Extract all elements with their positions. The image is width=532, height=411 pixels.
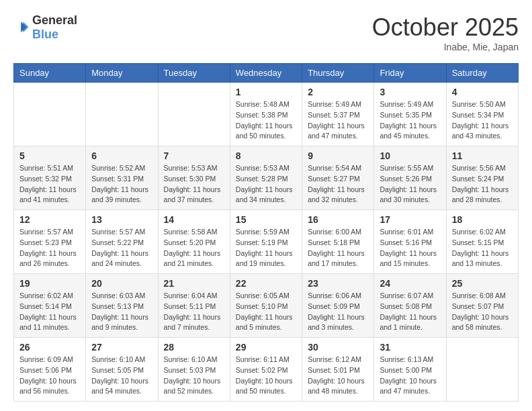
day-number: 20	[91, 278, 152, 289]
day-cell-22: 22Sunrise: 6:05 AM Sunset: 5:10 PM Dayli…	[230, 274, 302, 338]
logo: General Blue	[13, 13, 77, 42]
empty-cell	[14, 83, 86, 146]
day-cell-13: 13Sunrise: 5:57 AM Sunset: 5:22 PM Dayli…	[86, 210, 158, 274]
day-cell-19: 19Sunrise: 6:02 AM Sunset: 5:14 PM Dayli…	[14, 274, 86, 338]
day-info: Sunrise: 5:54 AM Sunset: 5:27 PM Dayligh…	[308, 163, 368, 205]
day-info: Sunrise: 5:58 AM Sunset: 5:20 PM Dayligh…	[164, 227, 224, 269]
day-number: 12	[19, 214, 80, 225]
day-info: Sunrise: 6:01 AM Sunset: 5:16 PM Dayligh…	[380, 227, 440, 269]
day-cell-31: 31Sunrise: 6:13 AM Sunset: 5:00 PM Dayli…	[374, 338, 446, 402]
day-number: 5	[19, 150, 80, 161]
day-number: 3	[380, 87, 440, 97]
day-info: Sunrise: 6:04 AM Sunset: 5:11 PM Dayligh…	[164, 291, 224, 333]
day-info: Sunrise: 6:11 AM Sunset: 5:02 PM Dayligh…	[236, 355, 296, 397]
day-number: 25	[452, 278, 513, 289]
day-cell-8: 8Sunrise: 5:53 AM Sunset: 5:28 PM Daylig…	[230, 146, 302, 210]
day-cell-3: 3Sunrise: 5:49 AM Sunset: 5:35 PM Daylig…	[374, 83, 446, 146]
day-cell-16: 16Sunrise: 6:00 AM Sunset: 5:18 PM Dayli…	[302, 210, 374, 274]
day-info: Sunrise: 6:02 AM Sunset: 5:15 PM Dayligh…	[452, 227, 513, 269]
weekday-header-tuesday: Tuesday	[158, 64, 230, 83]
day-info: Sunrise: 5:49 AM Sunset: 5:37 PM Dayligh…	[308, 99, 368, 142]
day-cell-20: 20Sunrise: 6:03 AM Sunset: 5:13 PM Dayli…	[86, 274, 158, 338]
day-cell-26: 26Sunrise: 6:09 AM Sunset: 5:06 PM Dayli…	[14, 338, 86, 402]
day-info: Sunrise: 5:56 AM Sunset: 5:24 PM Dayligh…	[452, 163, 513, 205]
day-info: Sunrise: 6:10 AM Sunset: 5:03 PM Dayligh…	[164, 355, 224, 397]
week-row-5: 26Sunrise: 6:09 AM Sunset: 5:06 PM Dayli…	[14, 338, 519, 402]
weekday-header-wednesday: Wednesday	[230, 64, 302, 83]
day-number: 18	[452, 214, 513, 225]
day-info: Sunrise: 5:55 AM Sunset: 5:26 PM Dayligh…	[380, 163, 440, 205]
day-number: 21	[164, 278, 224, 289]
day-info: Sunrise: 5:59 AM Sunset: 5:19 PM Dayligh…	[236, 227, 296, 269]
day-number: 6	[91, 150, 152, 161]
day-number: 9	[308, 150, 368, 161]
weekday-header-row: SundayMondayTuesdayWednesdayThursdayFrid…	[14, 64, 519, 83]
title-section: October 2025 Inabe, Mie, Japan	[372, 13, 519, 52]
week-row-3: 12Sunrise: 5:57 AM Sunset: 5:23 PM Dayli…	[14, 210, 519, 274]
day-number: 7	[164, 150, 224, 161]
day-number: 22	[236, 278, 296, 289]
day-info: Sunrise: 5:57 AM Sunset: 5:22 PM Dayligh…	[91, 227, 152, 269]
day-cell-15: 15Sunrise: 5:59 AM Sunset: 5:19 PM Dayli…	[230, 210, 302, 274]
day-cell-14: 14Sunrise: 5:58 AM Sunset: 5:20 PM Dayli…	[158, 210, 230, 274]
day-info: Sunrise: 5:48 AM Sunset: 5:38 PM Dayligh…	[236, 99, 296, 142]
day-number: 24	[380, 278, 440, 289]
logo-icon	[13, 19, 30, 36]
weekday-header-saturday: Saturday	[446, 64, 518, 83]
day-info: Sunrise: 5:49 AM Sunset: 5:35 PM Dayligh…	[380, 99, 440, 142]
day-info: Sunrise: 5:57 AM Sunset: 5:23 PM Dayligh…	[19, 227, 80, 269]
day-number: 8	[236, 150, 296, 161]
day-cell-4: 4Sunrise: 5:50 AM Sunset: 5:34 PM Daylig…	[446, 83, 518, 146]
day-cell-23: 23Sunrise: 6:06 AM Sunset: 5:09 PM Dayli…	[302, 274, 374, 338]
day-cell-29: 29Sunrise: 6:11 AM Sunset: 5:02 PM Dayli…	[230, 338, 302, 402]
day-cell-10: 10Sunrise: 5:55 AM Sunset: 5:26 PM Dayli…	[374, 146, 446, 210]
day-number: 4	[452, 87, 513, 97]
day-info: Sunrise: 6:08 AM Sunset: 5:07 PM Dayligh…	[452, 291, 513, 333]
day-cell-2: 2Sunrise: 5:49 AM Sunset: 5:37 PM Daylig…	[302, 83, 374, 146]
day-number: 30	[308, 342, 368, 353]
day-info: Sunrise: 6:06 AM Sunset: 5:09 PM Dayligh…	[308, 291, 368, 333]
day-info: Sunrise: 5:52 AM Sunset: 5:31 PM Dayligh…	[91, 163, 152, 205]
day-info: Sunrise: 6:05 AM Sunset: 5:10 PM Dayligh…	[236, 291, 296, 333]
day-cell-6: 6Sunrise: 5:52 AM Sunset: 5:31 PM Daylig…	[86, 146, 158, 210]
day-number: 14	[164, 214, 224, 225]
day-info: Sunrise: 5:53 AM Sunset: 5:28 PM Dayligh…	[236, 163, 296, 205]
day-number: 15	[236, 214, 296, 225]
day-cell-12: 12Sunrise: 5:57 AM Sunset: 5:23 PM Dayli…	[14, 210, 86, 274]
day-number: 1	[236, 87, 296, 97]
day-number: 2	[308, 87, 368, 97]
logo-general: General	[32, 13, 77, 27]
day-cell-25: 25Sunrise: 6:08 AM Sunset: 5:07 PM Dayli…	[446, 274, 518, 338]
day-number: 28	[164, 342, 224, 353]
day-info: Sunrise: 6:09 AM Sunset: 5:06 PM Dayligh…	[19, 355, 80, 397]
day-cell-27: 27Sunrise: 6:10 AM Sunset: 5:05 PM Dayli…	[86, 338, 158, 402]
day-cell-28: 28Sunrise: 6:10 AM Sunset: 5:03 PM Dayli…	[158, 338, 230, 402]
day-number: 16	[308, 214, 368, 225]
day-number: 19	[19, 278, 80, 289]
month-title: October 2025	[372, 13, 519, 42]
day-number: 10	[380, 150, 440, 161]
day-cell-1: 1Sunrise: 5:48 AM Sunset: 5:38 PM Daylig…	[230, 83, 302, 146]
day-info: Sunrise: 6:12 AM Sunset: 5:01 PM Dayligh…	[308, 355, 368, 397]
day-number: 26	[19, 342, 80, 353]
day-number: 23	[308, 278, 368, 289]
weekday-header-thursday: Thursday	[302, 64, 374, 83]
weekday-header-sunday: Sunday	[14, 64, 86, 83]
day-info: Sunrise: 5:50 AM Sunset: 5:34 PM Dayligh…	[452, 99, 513, 142]
day-info: Sunrise: 6:10 AM Sunset: 5:05 PM Dayligh…	[91, 355, 152, 397]
empty-cell	[158, 83, 230, 146]
day-info: Sunrise: 5:53 AM Sunset: 5:30 PM Dayligh…	[164, 163, 224, 205]
day-info: Sunrise: 5:51 AM Sunset: 5:32 PM Dayligh…	[19, 163, 80, 205]
day-cell-21: 21Sunrise: 6:04 AM Sunset: 5:11 PM Dayli…	[158, 274, 230, 338]
week-row-1: 1Sunrise: 5:48 AM Sunset: 5:38 PM Daylig…	[14, 83, 519, 146]
day-cell-7: 7Sunrise: 5:53 AM Sunset: 5:30 PM Daylig…	[158, 146, 230, 210]
day-number: 31	[380, 342, 440, 353]
day-cell-24: 24Sunrise: 6:07 AM Sunset: 5:08 PM Dayli…	[374, 274, 446, 338]
day-cell-30: 30Sunrise: 6:12 AM Sunset: 5:01 PM Dayli…	[302, 338, 374, 402]
weekday-header-monday: Monday	[86, 64, 158, 83]
day-info: Sunrise: 6:03 AM Sunset: 5:13 PM Dayligh…	[91, 291, 152, 333]
day-number: 11	[452, 150, 513, 161]
day-cell-9: 9Sunrise: 5:54 AM Sunset: 5:27 PM Daylig…	[302, 146, 374, 210]
calendar-table: SundayMondayTuesdayWednesdayThursdayFrid…	[13, 63, 519, 402]
empty-cell	[86, 83, 158, 146]
